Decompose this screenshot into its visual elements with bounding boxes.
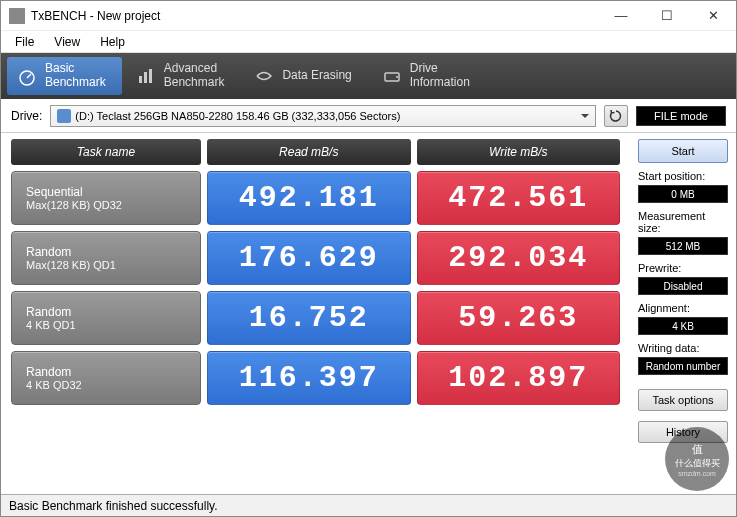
task-cell-sequential[interactable]: Sequential Max(128 KB) QD32 (11, 171, 201, 225)
tab-data-erasing[interactable]: Data Erasing (244, 57, 367, 95)
table-row: Random 4 KB QD1 16.752 59.263 (11, 291, 620, 345)
menu-help[interactable]: Help (90, 33, 135, 51)
read-value: 492.181 (207, 171, 411, 225)
task-sub: 4 KB QD32 (26, 379, 200, 391)
svg-point-6 (396, 76, 398, 78)
task-name: Random (26, 245, 200, 259)
drive-icon (382, 66, 402, 86)
task-name: Random (26, 365, 200, 379)
start-position-value[interactable]: 0 MB (638, 185, 728, 203)
svg-rect-2 (139, 76, 142, 83)
status-bar: Basic Benchmark finished successfully. (1, 494, 736, 516)
drive-selected-text: (D:) Teclast 256GB NA850-2280 158.46 GB … (75, 110, 400, 122)
history-button[interactable]: History (638, 421, 728, 443)
menubar: File View Help (1, 31, 736, 53)
maximize-button[interactable]: ☐ (644, 1, 690, 31)
task-sub: 4 KB QD1 (26, 319, 200, 331)
task-sub: Max(128 KB) QD1 (26, 259, 200, 271)
benchmark-header: Task name Read mB/s Write mB/s (11, 139, 620, 165)
table-row: Random 4 KB QD32 116.397 102.897 (11, 351, 620, 405)
task-options-button[interactable]: Task options (638, 389, 728, 411)
minimize-button[interactable]: — (598, 1, 644, 31)
disk-icon (57, 109, 71, 123)
header-write: Write mB/s (417, 139, 621, 165)
close-button[interactable]: ✕ (690, 1, 736, 31)
tab-bar: Basic Benchmark Advanced Benchmark Data … (1, 53, 736, 99)
prewrite-value[interactable]: Disabled (638, 277, 728, 295)
start-position-label: Start position: (638, 170, 728, 182)
drive-label: Drive: (11, 109, 42, 123)
alignment-label: Alignment: (638, 302, 728, 314)
tab-label: Advanced Benchmark (164, 62, 225, 90)
bars-icon (136, 66, 156, 86)
header-task: Task name (11, 139, 201, 165)
start-button[interactable]: Start (638, 139, 728, 163)
header-read: Read mB/s (207, 139, 411, 165)
titlebar: TxBENCH - New project — ☐ ✕ (1, 1, 736, 31)
side-panel: Start Start position: 0 MB Measurement s… (630, 133, 736, 494)
refresh-icon (609, 109, 623, 123)
svg-line-1 (27, 74, 31, 78)
write-value: 59.263 (417, 291, 621, 345)
drive-select[interactable]: (D:) Teclast 256GB NA850-2280 158.46 GB … (50, 105, 596, 127)
menu-view[interactable]: View (44, 33, 90, 51)
task-name: Sequential (26, 185, 200, 199)
read-value: 176.629 (207, 231, 411, 285)
task-cell-random-4k-qd32[interactable]: Random 4 KB QD32 (11, 351, 201, 405)
tab-label: Data Erasing (282, 69, 351, 83)
tab-drive-information[interactable]: Drive Information (372, 57, 486, 95)
write-value: 472.561 (417, 171, 621, 225)
main-area: Task name Read mB/s Write mB/s Sequentia… (1, 133, 736, 494)
tab-advanced-benchmark[interactable]: Advanced Benchmark (126, 57, 241, 95)
svg-rect-4 (149, 69, 152, 83)
file-mode-badge: FILE mode (636, 106, 726, 126)
refresh-button[interactable] (604, 105, 628, 127)
svg-rect-3 (144, 72, 147, 83)
read-value: 116.397 (207, 351, 411, 405)
writing-data-value[interactable]: Random number (638, 357, 728, 375)
measurement-size-label: Measurement size: (638, 210, 728, 234)
write-value: 102.897 (417, 351, 621, 405)
alignment-value[interactable]: 4 KB (638, 317, 728, 335)
task-sub: Max(128 KB) QD32 (26, 199, 200, 211)
tab-label: Basic Benchmark (45, 62, 106, 90)
tab-basic-benchmark[interactable]: Basic Benchmark (7, 57, 122, 95)
read-value: 16.752 (207, 291, 411, 345)
measurement-size-value[interactable]: 512 MB (638, 237, 728, 255)
task-cell-random-qd1-128[interactable]: Random Max(128 KB) QD1 (11, 231, 201, 285)
menu-file[interactable]: File (5, 33, 44, 51)
prewrite-label: Prewrite: (638, 262, 728, 274)
tab-label: Drive Information (410, 62, 470, 90)
gauge-icon (17, 66, 37, 86)
table-row: Sequential Max(128 KB) QD32 492.181 472.… (11, 171, 620, 225)
task-cell-random-4k-qd1[interactable]: Random 4 KB QD1 (11, 291, 201, 345)
window-controls: — ☐ ✕ (598, 1, 736, 31)
task-name: Random (26, 305, 200, 319)
table-row: Random Max(128 KB) QD1 176.629 292.034 (11, 231, 620, 285)
write-value: 292.034 (417, 231, 621, 285)
benchmark-area: Task name Read mB/s Write mB/s Sequentia… (1, 133, 630, 494)
drive-row: Drive: (D:) Teclast 256GB NA850-2280 158… (1, 99, 736, 133)
erase-icon (254, 66, 274, 86)
window-title: TxBENCH - New project (31, 9, 598, 23)
writing-data-label: Writing data: (638, 342, 728, 354)
app-icon (9, 8, 25, 24)
